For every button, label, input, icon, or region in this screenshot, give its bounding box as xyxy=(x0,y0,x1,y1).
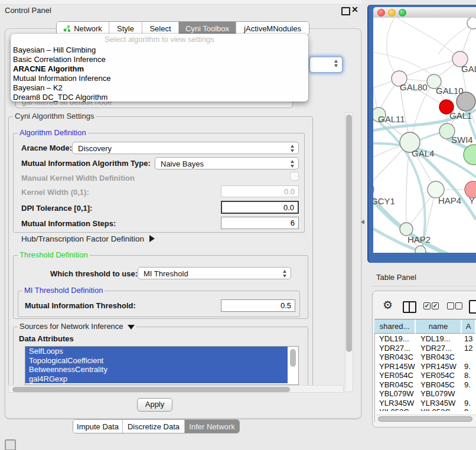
table-cell: YPR145W xyxy=(374,362,416,371)
tab-style[interactable]: Style xyxy=(109,22,142,35)
tab-label: Cyni Toolbox xyxy=(185,24,229,33)
which-threshold-label: Which threshold to use: xyxy=(50,269,138,278)
hub-section-header[interactable]: Hub/Transcription Factor Definition xyxy=(21,234,155,243)
inference-algorithm-select-fragment[interactable] xyxy=(309,57,343,73)
network-node[interactable] xyxy=(467,18,476,29)
settings-horizontal-scrollbar[interactable] xyxy=(8,385,344,393)
table-row[interactable]: YPR145WYPR145W9. xyxy=(374,362,476,371)
dpi-tolerance-field[interactable]: 0.0 xyxy=(221,201,299,214)
splitter-collapse-arrow-icon[interactable] xyxy=(361,220,364,224)
tab-label: Discretize Data xyxy=(128,422,180,431)
table-row[interactable]: YLR345WYLR345W9. xyxy=(374,399,476,408)
table-cell: YER054C xyxy=(374,371,416,380)
attribute-item-selfloops[interactable]: SelfLoops xyxy=(25,347,288,356)
deselect-all-columns-icon[interactable] xyxy=(455,302,462,309)
minimized-panel-icon[interactable] xyxy=(5,439,16,450)
tab-select[interactable]: Select xyxy=(142,22,179,35)
tab-network[interactable]: Network xyxy=(57,22,109,35)
algorithm-option-dream8-dc-tdc-algorithm[interactable]: Dream8 DC_TDC Algorithm xyxy=(13,93,107,102)
tab-label: Style xyxy=(117,24,134,33)
expand-arrow-icon[interactable] xyxy=(149,235,155,242)
network-edge[interactable] xyxy=(397,18,460,59)
network-node-label: GAL80 xyxy=(400,82,428,92)
table-body: YDL19...YDL19...13YDR27...YDR27...12YBR0… xyxy=(374,334,476,411)
tab-impute-data[interactable]: Impute Data xyxy=(73,420,123,433)
mi-threshold-definition-legend: MI Threshold Definition xyxy=(22,286,105,294)
table-cell: YIL052C xyxy=(416,407,462,411)
algorithm-option-mutual-information-inference[interactable]: Mutual Information Inference xyxy=(13,74,110,83)
algorithm-option-bayesian-hill-climbing[interactable]: Bayesian – Hill Climbing xyxy=(13,45,96,55)
select-all-columns-icon[interactable] xyxy=(432,302,439,309)
table-cell: 9. xyxy=(462,407,476,411)
table-cell: YER054C xyxy=(416,371,462,380)
network-edge[interactable] xyxy=(406,59,460,76)
table-horizontal-scroll-thumb[interactable] xyxy=(378,416,472,422)
table-horizontal-scrollbar[interactable] xyxy=(376,415,476,422)
column-header-name[interactable]: name xyxy=(416,319,462,334)
attr-list-scrollbar[interactable] xyxy=(289,347,298,383)
close-panel-icon[interactable] xyxy=(351,5,358,14)
table-row[interactable]: YDR27...YDR27...12 xyxy=(374,344,476,353)
network-graph[interactable]: GALGAL80GAL10GAL1GAL11SWI4GAL4GCY1HAP4YH… xyxy=(373,18,476,253)
algorithm-option-aracne-algorithm[interactable]: ARACNE Algorithm xyxy=(13,64,84,74)
network-node-label: Y xyxy=(469,195,475,206)
which-threshold-select[interactable]: MI Threshold xyxy=(138,267,291,279)
algorithm-option-bayesian-k2[interactable]: Bayesian – K2 xyxy=(13,83,63,93)
network-window-titlebar[interactable] xyxy=(373,7,476,18)
application-window: Control Panel NetworkStyleSelectCyni Too… xyxy=(0,0,476,450)
attr-list-scroll-thumb[interactable] xyxy=(290,349,296,367)
attribute-item-betweennesscentrality[interactable]: BetweennessCentrality xyxy=(25,365,288,374)
deselect-all-columns-icon[interactable] xyxy=(447,302,454,309)
network-edge[interactable] xyxy=(387,18,399,79)
mi-steps-field[interactable]: 6 xyxy=(221,217,299,229)
tab-cyni-toolbox[interactable]: Cyni Toolbox xyxy=(179,22,236,35)
table-cell xyxy=(462,389,476,399)
table-cell: 13 xyxy=(462,334,476,344)
table-row[interactable]: YBR045CYBR045C9. xyxy=(374,380,476,390)
algorithm-option-basic-correlation-inference[interactable]: Basic Correlation Inference xyxy=(13,55,106,64)
aracne-mode-select[interactable]: Discovery xyxy=(72,142,299,154)
mi-steps-label: Mutual Information Steps: xyxy=(21,219,116,228)
table-row[interactable]: YIL052CYIL052C9. xyxy=(374,407,476,411)
table-row[interactable]: YBL079WYBL079W xyxy=(374,389,476,399)
export-table-icon[interactable] xyxy=(469,300,476,314)
table-panel-title: Table Panel xyxy=(376,273,416,282)
data-attributes-list[interactable]: SelfLoopsTopologicalCoefficientBetweenne… xyxy=(25,346,299,385)
mi-threshold-field[interactable]: 0.5 xyxy=(221,299,295,312)
column-header-shared[interactable]: shared... xyxy=(374,319,416,334)
attribute-item-topologicalcoefficient[interactable]: TopologicalCoefficient xyxy=(25,356,288,366)
spinner-arrows-icon xyxy=(291,145,295,152)
minimize-window-icon[interactable] xyxy=(388,9,396,17)
table-row[interactable]: YBR043CYBR043C xyxy=(374,353,476,362)
tab-label: Select xyxy=(149,24,171,33)
attribute-item-gal4rgexp[interactable]: gal4RGexp xyxy=(25,374,288,384)
table-row[interactable]: YDL19...YDL19...13 xyxy=(374,334,476,344)
float-panel-icon[interactable] xyxy=(341,7,350,15)
mi-algorithm-type-select[interactable]: Naive Bayes xyxy=(155,157,299,169)
table-cell: YBR043C xyxy=(374,353,416,362)
apply-button[interactable]: Apply xyxy=(137,398,172,412)
network-node[interactable] xyxy=(400,223,413,236)
network-node[interactable] xyxy=(373,182,374,197)
show-columns-icon[interactable] xyxy=(403,301,416,313)
tab-jactivemnodules[interactable]: jActiveMNodules xyxy=(236,22,309,35)
table-cell xyxy=(462,353,476,362)
collapse-arrow-icon[interactable] xyxy=(128,325,135,330)
network-node[interactable] xyxy=(415,246,426,253)
settings-vertical-scroll-thumb[interactable] xyxy=(346,115,352,352)
tab-infer-network[interactable]: Infer Network xyxy=(185,420,239,433)
table-settings-gear-icon[interactable] xyxy=(383,299,393,312)
column-header-a[interactable]: A xyxy=(462,319,476,334)
tab-label: Infer Network xyxy=(189,422,234,431)
table-row[interactable]: YER054CYER054C8. xyxy=(374,371,476,380)
algorithm-popup-placeholder: Select algorithm to view settings xyxy=(11,35,308,44)
which-threshold-value: MI Threshold xyxy=(144,269,188,278)
aracne-mode-value: Discovery xyxy=(78,144,112,153)
settings-vertical-scrollbar[interactable] xyxy=(345,112,353,392)
select-all-columns-icon[interactable] xyxy=(423,302,431,309)
tab-discretize-data[interactable]: Discretize Data xyxy=(123,420,185,433)
close-window-icon[interactable] xyxy=(377,9,385,17)
settings-horizontal-scroll-thumb[interactable] xyxy=(12,387,290,392)
table-cell: YBL079W xyxy=(374,389,416,399)
zoom-window-icon[interactable] xyxy=(399,9,406,17)
